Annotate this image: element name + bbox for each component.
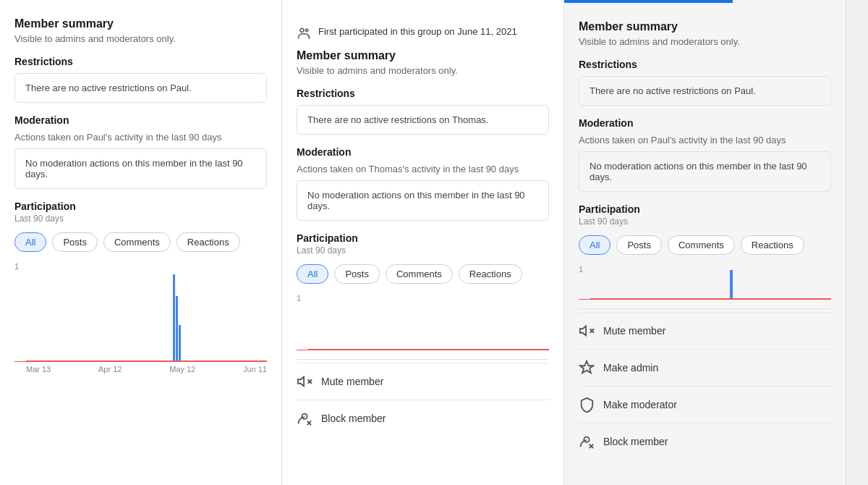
middle-moderation-subtitle: Actions taken on Thomas's activity in th…	[297, 164, 549, 174]
middle-participation-title: Participation	[297, 232, 549, 244]
middle-filter-buttons: All Posts Comments Reactions	[297, 264, 549, 284]
right-participation-section: Participation Last 90 days	[579, 203, 831, 227]
left-chart: 1	[14, 261, 267, 362]
right-make-admin-button[interactable]: Make admin	[579, 349, 831, 386]
middle-restrictions-title: Restrictions	[297, 88, 549, 99]
middle-moderation-box: No moderation actions on this member in …	[297, 180, 549, 221]
svg-marker-8	[580, 326, 586, 336]
right-mute-label: Mute member	[603, 325, 665, 337]
left-moderation-title: Moderation	[14, 114, 267, 126]
moderator-icon	[579, 397, 595, 413]
left-section-title: Member summary	[14, 17, 267, 30]
right-restrictions-title: Restrictions	[579, 59, 831, 70]
left-moderation-box: No moderation actions on this member in …	[14, 148, 267, 189]
left-participation-section: Participation Last 90 days	[14, 201, 267, 224]
middle-moderation-text: No moderation actions on this member in …	[307, 190, 525, 211]
right-participation-subtitle: Last 90 days	[579, 216, 831, 227]
middle-filter-posts[interactable]: Posts	[334, 264, 380, 284]
svg-point-1	[306, 29, 308, 31]
right-chart-baseline	[590, 298, 831, 299]
left-filter-comments[interactable]: Comments	[103, 232, 171, 252]
middle-chart-baseline	[308, 349, 549, 350]
right-mute-button[interactable]: Mute member	[579, 312, 831, 349]
middle-filter-all[interactable]: All	[297, 264, 328, 284]
left-section-subtitle: Visible to admins and moderators only.	[14, 33, 267, 44]
middle-filter-comments[interactable]: Comments	[386, 264, 453, 284]
right-divider	[579, 308, 831, 309]
left-participation-subtitle: Last 90 days	[14, 214, 267, 224]
left-participation-title: Participation	[14, 201, 267, 212]
left-chart-y1: 1	[14, 262, 19, 271]
mute-label: Mute member	[321, 376, 383, 387]
right-chart-bar	[730, 270, 733, 299]
right-moderation-title: Moderation	[579, 117, 831, 129]
right-chart: 1	[579, 263, 831, 300]
middle-block-button[interactable]: Block member	[297, 400, 549, 436]
middle-restriction-text: There are no active restrictions on Thom…	[307, 114, 489, 125]
right-filter-buttons: All Posts Comments Reactions	[579, 235, 831, 255]
block-label: Block member	[321, 413, 386, 424]
mute-icon	[297, 374, 312, 389]
first-participated: First participated in this group on June…	[297, 17, 549, 49]
left-panel: Member summary Visible to admins and mod…	[0, 0, 282, 485]
left-restriction-text: There are no active restrictions on Paul…	[25, 83, 192, 93]
right-restriction-box: There are no active restrictions on Paul…	[579, 76, 831, 106]
block-icon	[297, 410, 312, 426]
right-panel: Member summary Visible to admins and mod…	[564, 0, 846, 485]
right-moderation-subtitle: Actions taken on Paul's activity in the …	[579, 135, 831, 146]
middle-moderation-title: Moderation	[297, 146, 549, 158]
bar-spike-1	[173, 274, 175, 361]
admin-icon	[579, 360, 595, 376]
right-make-admin-label: Make admin	[603, 362, 658, 374]
middle-divider	[297, 359, 549, 360]
bar-spike-2	[176, 296, 178, 361]
right-chart-y1: 1	[579, 265, 583, 274]
svg-point-0	[300, 28, 304, 32]
left-filter-all[interactable]: All	[14, 232, 46, 252]
right-mute-icon	[579, 323, 595, 339]
bar-spike-3	[179, 325, 181, 361]
right-filter-all[interactable]: All	[579, 235, 610, 255]
x-label-3: May 12	[169, 365, 195, 374]
right-moderation-box: No moderation actions on this member in …	[579, 151, 831, 192]
group-icon	[297, 26, 311, 41]
first-participated-text: First participated in this group on June…	[318, 26, 517, 37]
right-filter-posts[interactable]: Posts	[616, 235, 662, 255]
left-chart-x-labels: Mar 13 Apr 12 May 12 Jun 11	[14, 365, 267, 374]
right-block-label: Block member	[603, 436, 668, 447]
left-moderation-text: No moderation actions on this member in …	[25, 158, 243, 180]
middle-participation-section: Participation Last 90 days	[297, 232, 549, 256]
right-make-moderator-label: Make moderator	[603, 399, 677, 410]
left-chart-bars	[26, 261, 267, 361]
middle-filter-reactions[interactable]: Reactions	[459, 264, 522, 284]
right-block-button[interactable]: Block member	[579, 423, 831, 460]
x-label-1: Mar 13	[26, 365, 51, 374]
middle-participation-subtitle: Last 90 days	[297, 245, 549, 256]
right-participation-title: Participation	[579, 203, 831, 215]
left-restriction-box: There are no active restrictions on Paul…	[14, 73, 267, 103]
left-chart-baseline	[26, 360, 267, 361]
right-filter-comments[interactable]: Comments	[668, 235, 735, 255]
middle-chart: 1	[297, 292, 549, 350]
right-filter-reactions[interactable]: Reactions	[741, 235, 804, 255]
left-filter-posts[interactable]: Posts	[52, 232, 98, 252]
right-restriction-text: There are no active restrictions on Paul…	[590, 85, 756, 96]
left-restrictions-title: Restrictions	[14, 56, 267, 67]
middle-panel: First participated in this group on June…	[282, 0, 564, 485]
bar-group-3	[147, 274, 207, 361]
right-section-title: Member summary	[579, 20, 831, 33]
right-section-subtitle: Visible to admins and moderators only.	[579, 36, 831, 47]
left-filter-reactions[interactable]: Reactions	[176, 232, 240, 252]
middle-section-subtitle: Visible to admins and moderators only.	[297, 65, 549, 76]
right-make-moderator-button[interactable]: Make moderator	[579, 386, 831, 423]
middle-mute-button[interactable]: Mute member	[297, 363, 549, 400]
right-block-icon	[579, 434, 595, 450]
x-label-2: Apr 12	[98, 365, 122, 374]
left-moderation-subtitle: Actions taken on Paul's activity in the …	[14, 132, 267, 143]
x-label-4: Jun 11	[243, 365, 267, 374]
svg-marker-2	[298, 377, 304, 387]
middle-chart-y1: 1	[297, 294, 301, 303]
right-moderation-text: No moderation actions on this member in …	[590, 161, 807, 182]
left-filter-buttons: All Posts Comments Reactions	[14, 232, 267, 252]
middle-restriction-box: There are no active restrictions on Thom…	[297, 105, 549, 135]
